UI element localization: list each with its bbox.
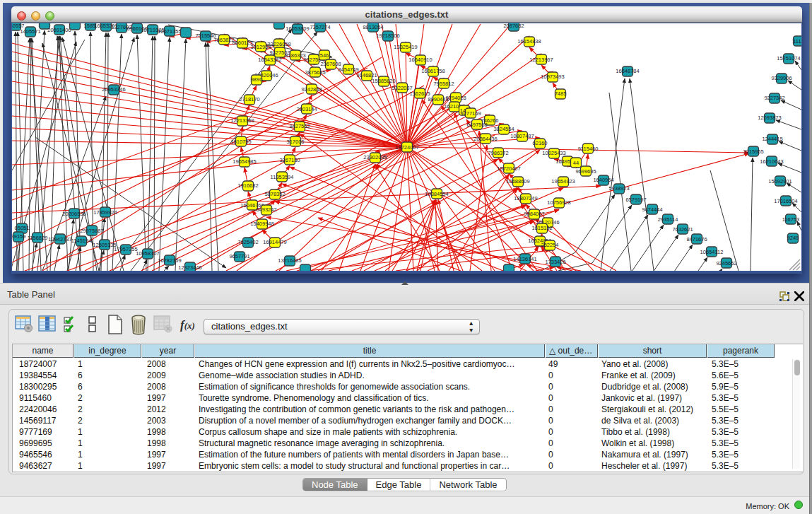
svg-text:14136141: 14136141 (513, 256, 536, 262)
svg-text:15885820: 15885820 (372, 78, 395, 84)
svg-text:1362615: 1362615 (409, 90, 430, 97)
svg-text:9245652: 9245652 (716, 260, 736, 267)
svg-text:2803144: 2803144 (296, 106, 317, 112)
svg-text:5938923: 5938923 (608, 185, 629, 192)
svg-text:20206536: 20206536 (62, 211, 86, 217)
svg-text:10688609: 10688609 (506, 178, 529, 185)
svg-text:15692901: 15692901 (768, 178, 792, 185)
svg-text:546: 546 (320, 52, 329, 59)
svg-text:9227342: 9227342 (764, 95, 784, 101)
svg-text:9777169: 9777169 (460, 110, 481, 117)
svg-text:8427552: 8427552 (289, 123, 310, 129)
svg-text:1244415: 1244415 (762, 136, 782, 142)
svg-text:20953346: 20953346 (102, 86, 125, 93)
svg-text:7986372: 7986372 (488, 150, 508, 156)
svg-text:317006: 317006 (286, 139, 304, 145)
svg-text:3875685: 3875685 (305, 69, 325, 76)
svg-text:9474444: 9474444 (642, 206, 662, 213)
svg-text:116753: 116753 (782, 216, 799, 223)
svg-text:20691406: 20691406 (47, 27, 71, 33)
svg-text:9245: 9245 (787, 235, 799, 241)
svg-text:7625402: 7625402 (237, 239, 258, 245)
svg-text:85051: 85051 (15, 225, 30, 231)
svg-text:16154838: 16154838 (517, 38, 541, 45)
svg-text:1640954: 1640954 (593, 177, 613, 183)
svg-text:16782759: 16782759 (158, 257, 181, 264)
svg-text:11353594: 11353594 (271, 174, 294, 180)
svg-text:8471676: 8471676 (686, 236, 707, 243)
svg-text:16543382: 16543382 (258, 57, 281, 63)
svg-text:23226058: 23226058 (267, 41, 290, 47)
svg-text:5493242: 5493242 (256, 206, 276, 213)
svg-text:9115460: 9115460 (578, 146, 599, 152)
svg-text:16640910: 16640910 (408, 57, 432, 63)
svg-text:15720407: 15720407 (497, 165, 520, 172)
svg-text:1610755: 1610755 (230, 139, 251, 145)
svg-text:12505135: 12505135 (93, 242, 116, 248)
svg-text:15751074: 15751074 (777, 55, 800, 62)
svg-text:1405571: 1405571 (20, 28, 40, 35)
svg-text:1615132: 1615132 (531, 225, 552, 231)
svg-text:19654923: 19654923 (551, 178, 575, 185)
svg-text:9890: 9890 (251, 76, 263, 83)
svg-text:19384554: 19384554 (425, 191, 448, 197)
svg-text:12942737: 12942737 (48, 236, 71, 243)
svg-text:3267130: 3267130 (279, 157, 300, 163)
svg-text:7663822: 7663822 (213, 37, 234, 43)
svg-text:8660123: 8660123 (232, 40, 252, 46)
svg-text:10807487: 10807487 (510, 133, 534, 139)
svg-text:10958107: 10958107 (136, 250, 159, 257)
svg-text:29975887: 29975887 (80, 228, 103, 234)
svg-text:44: 44 (573, 160, 579, 166)
svg-text:10654112: 10654112 (700, 249, 724, 255)
svg-text:6794028: 6794028 (445, 95, 466, 101)
svg-text:15409948: 15409948 (250, 221, 273, 227)
svg-text:1916682: 1916682 (237, 182, 258, 189)
svg-text:7357274: 7357274 (310, 24, 330, 30)
svg-text:6579197: 6579197 (625, 197, 646, 203)
svg-text:3824554: 3824554 (493, 126, 514, 132)
svg-text:16648784: 16648784 (616, 68, 639, 74)
svg-text:9084067: 9084067 (524, 211, 544, 217)
svg-text:5878352: 5878352 (264, 191, 285, 197)
svg-text:18807249: 18807249 (514, 195, 537, 201)
svg-text:18724007: 18724007 (395, 144, 418, 151)
svg-text:12923446: 12923446 (178, 264, 201, 271)
svg-text:9242848: 9242848 (301, 86, 322, 93)
svg-text:7485: 7485 (555, 90, 567, 97)
svg-text:16210643: 16210643 (760, 158, 783, 165)
svg-text:12213369: 12213369 (230, 117, 254, 124)
svg-text:1733426: 1733426 (545, 259, 565, 265)
svg-text:17016504: 17016504 (774, 198, 797, 204)
svg-text:7632621: 7632621 (672, 226, 693, 233)
svg-text:7515546: 7515546 (195, 33, 216, 39)
svg-text:62160: 62160 (533, 140, 548, 146)
svg-text:6497568: 6497568 (466, 122, 487, 128)
svg-text:2718170: 2718170 (239, 96, 259, 103)
svg-text:1156829: 1156829 (28, 235, 48, 241)
svg-text:16961758: 16961758 (421, 68, 445, 74)
svg-text:9657791: 9657791 (229, 253, 249, 259)
svg-text:16914479: 16914479 (263, 239, 286, 245)
svg-text:39159: 39159 (12, 233, 25, 240)
svg-text:1145194: 1145194 (71, 238, 92, 244)
svg-text:8813054: 8813054 (363, 24, 383, 30)
svg-text:19654985: 19654985 (233, 158, 256, 165)
svg-text:16053809: 16053809 (286, 25, 309, 32)
svg-text:13716485: 13716485 (278, 257, 301, 264)
svg-text:1112: 1112 (793, 38, 801, 45)
svg-text:23302035: 23302035 (363, 154, 387, 160)
svg-text:2087682: 2087682 (503, 23, 524, 29)
svg-text:17859924: 17859924 (93, 209, 117, 216)
svg-text:17957255: 17957255 (114, 246, 137, 252)
svg-text:12213967: 12213967 (529, 57, 553, 63)
svg-text:7955812: 7955812 (433, 81, 454, 87)
svg-text:9329906: 9329906 (771, 75, 792, 81)
svg-text:10025433: 10025433 (542, 150, 565, 156)
svg-text:12093873: 12093873 (758, 115, 781, 121)
svg-text:2935114: 2935114 (658, 216, 678, 223)
svg-text:10756928: 10756928 (547, 199, 570, 206)
svg-text:10671355: 10671355 (158, 28, 181, 35)
svg-text:8186323: 8186323 (285, 52, 305, 59)
svg-text:10973493: 10973493 (541, 74, 564, 80)
